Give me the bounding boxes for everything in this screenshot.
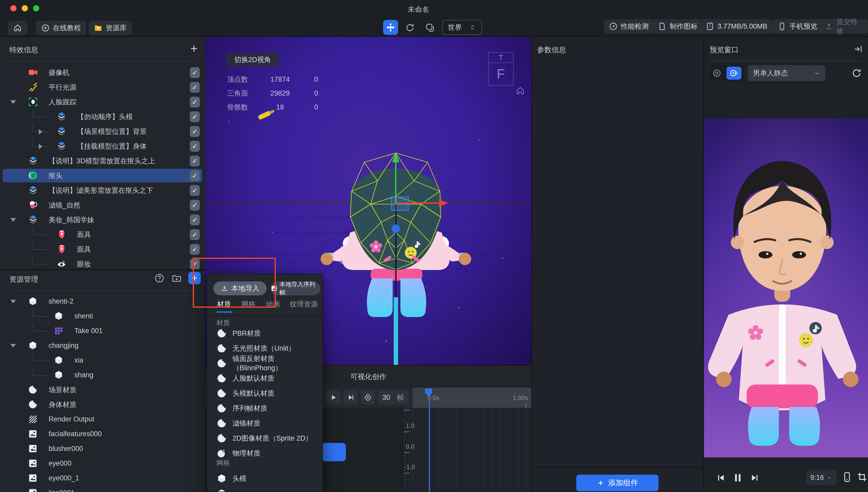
- crop-icon[interactable]: [857, 471, 868, 483]
- coordinate-mode-select[interactable]: 世界: [442, 20, 482, 35]
- visibility-checkbox[interactable]: [190, 244, 200, 255]
- keyframe-clip-block[interactable]: [322, 443, 346, 461]
- menu-item[interactable]: 2D图像材质（Sprite 2D）: [207, 431, 323, 445]
- view-axis-cube[interactable]: T F: [488, 52, 514, 86]
- tab-texture[interactable]: 纹理资源: [290, 299, 318, 309]
- expand-arrow-icon[interactable]: [39, 144, 42, 149]
- effect-item[interactable]: 人脸跟踪: [0, 95, 205, 109]
- frame-rate-input[interactable]: 30 帧: [378, 390, 409, 404]
- move-tool-button[interactable]: [383, 20, 398, 35]
- preview-mode-toggle[interactable]: [710, 65, 744, 81]
- menu-item[interactable]: 序列帧材质: [207, 401, 323, 416]
- visibility-checkbox[interactable]: [190, 141, 200, 152]
- asset-item[interactable]: lips0001: [0, 486, 205, 492]
- asset-item[interactable]: Render Output: [0, 412, 205, 427]
- minimize-window-button[interactable]: [22, 5, 28, 11]
- local-import-sequence-button[interactable]: 本地导入序列帧: [271, 281, 320, 295]
- asset-item[interactable]: eye000_1: [0, 471, 205, 486]
- add-keyframe-button[interactable]: [361, 390, 375, 404]
- menu-item[interactable]: 滤镜材质: [207, 416, 323, 430]
- pause-icon[interactable]: [732, 472, 744, 484]
- menu-item[interactable]: 人脸默认材质: [207, 371, 323, 386]
- phone-preview-button[interactable]: 手机预览: [772, 19, 822, 33]
- menu-item-partial[interactable]: [207, 486, 323, 492]
- effect-item[interactable]: 面具: [0, 227, 205, 242]
- asset-item[interactable]: blusher000: [0, 441, 205, 456]
- visibility-checkbox[interactable]: [190, 97, 200, 107]
- expand-arrow-icon[interactable]: [39, 129, 42, 134]
- asset-item[interactable]: xia: [0, 353, 205, 368]
- visibility-checkbox[interactable]: [190, 126, 200, 137]
- scale-tool-icon[interactable]: [425, 23, 435, 32]
- rotate-tool-icon[interactable]: [405, 23, 415, 32]
- effect-item[interactable]: 【挂载模型位置】身体: [0, 139, 205, 153]
- submit-effect-button[interactable]: 提交特效: [819, 19, 868, 33]
- asset-item[interactable]: shenti: [0, 309, 205, 323]
- effect-item[interactable]: 面具: [0, 242, 205, 256]
- asset-item[interactable]: changjing: [0, 338, 205, 353]
- collapse-arrow-icon[interactable]: [10, 218, 16, 222]
- asset-item[interactable]: shang: [0, 368, 205, 383]
- asset-item[interactable]: 身体材质: [0, 397, 205, 412]
- visibility-checkbox[interactable]: [190, 155, 200, 166]
- collapse-arrow-icon[interactable]: [10, 100, 16, 104]
- effect-item[interactable]: 平行光源: [0, 80, 205, 95]
- menu-item[interactable]: 头模: [207, 471, 323, 486]
- package-size-button[interactable]: 3.77MB/5.00MB: [700, 19, 773, 33]
- menu-item[interactable]: 无光照材质（Unlit）: [207, 341, 323, 355]
- visibility-checkbox[interactable]: [190, 170, 200, 181]
- asset-item[interactable]: shenti-2: [0, 294, 205, 309]
- visibility-checkbox[interactable]: [190, 229, 200, 240]
- play-button[interactable]: [327, 390, 340, 404]
- help-icon[interactable]: [154, 273, 164, 284]
- effect-item[interactable]: 【勿动顺序】头模: [0, 109, 205, 124]
- effect-item[interactable]: 摄像机: [0, 65, 205, 80]
- expand-panel-icon[interactable]: [515, 372, 525, 382]
- effect-item[interactable]: 【说明】3D模型需放置在抠头之上: [0, 153, 205, 168]
- visibility-checkbox[interactable]: [190, 200, 200, 211]
- performance-check-button[interactable]: 性能检测: [604, 19, 654, 33]
- make-icon-button[interactable]: 制作图标: [653, 19, 703, 33]
- axis-cube-top-face[interactable]: T: [489, 53, 513, 63]
- aspect-ratio-select[interactable]: 9:16: [806, 470, 837, 485]
- effect-item[interactable]: 【说明】滤美形需放置在抠头之下: [0, 183, 205, 198]
- effect-item-selected[interactable]: 抠头: [0, 168, 205, 183]
- effect-item[interactable]: 美妆_韩国学妹: [0, 213, 205, 227]
- next-frame-button[interactable]: [344, 390, 358, 404]
- refresh-preview-icon[interactable]: [851, 68, 862, 78]
- next-frame-icon[interactable]: [749, 473, 759, 483]
- preview-model-select[interactable]: 男单人静态: [748, 65, 825, 81]
- add-effect-icon[interactable]: [189, 43, 199, 54]
- previous-frame-icon[interactable]: [716, 473, 726, 483]
- resource-library-button[interactable]: 资源库: [88, 21, 132, 35]
- menu-item[interactable]: 头模默认材质: [207, 386, 323, 400]
- add-folder-icon[interactable]: [172, 273, 182, 284]
- home-button[interactable]: [8, 21, 27, 35]
- phone-frame-icon[interactable]: [841, 471, 853, 483]
- menu-item[interactable]: 镜面反射材质（BlinnPhong）: [207, 356, 323, 371]
- record-mode-icon[interactable]: [712, 69, 721, 78]
- collapse-arrow-icon[interactable]: [10, 344, 16, 348]
- asset-item[interactable]: 场景材质: [0, 383, 205, 397]
- collapse-arrow-icon[interactable]: [10, 300, 16, 303]
- close-window-button[interactable]: [10, 5, 17, 11]
- visibility-checkbox[interactable]: [190, 112, 200, 122]
- add-component-button[interactable]: 添加组件: [576, 475, 659, 491]
- visibility-checkbox[interactable]: [190, 215, 200, 225]
- axis-cube-front-face[interactable]: F: [489, 63, 513, 85]
- timeline-ruler[interactable]: 0.0s 1.00s: [413, 388, 531, 408]
- menu-item[interactable]: PBR材质: [207, 326, 323, 341]
- asset-item[interactable]: Take 001: [0, 323, 205, 338]
- zoom-window-button[interactable]: [33, 5, 39, 11]
- collapse-panel-icon[interactable]: [853, 44, 863, 54]
- playhead-line[interactable]: [429, 399, 430, 492]
- switch-2d-view-button[interactable]: 切换2D视角: [227, 53, 279, 67]
- visibility-checkbox[interactable]: [190, 67, 200, 78]
- asset-item[interactable]: facialfeatures000: [0, 427, 205, 441]
- effect-item[interactable]: 【场景模型位置】背景: [0, 124, 205, 139]
- visibility-checkbox[interactable]: [190, 185, 200, 196]
- asset-item[interactable]: eye000: [0, 456, 205, 471]
- reset-view-home-icon[interactable]: [515, 86, 525, 96]
- visibility-checkbox[interactable]: [190, 82, 200, 93]
- online-tutorial-button[interactable]: 在线教程: [36, 21, 86, 35]
